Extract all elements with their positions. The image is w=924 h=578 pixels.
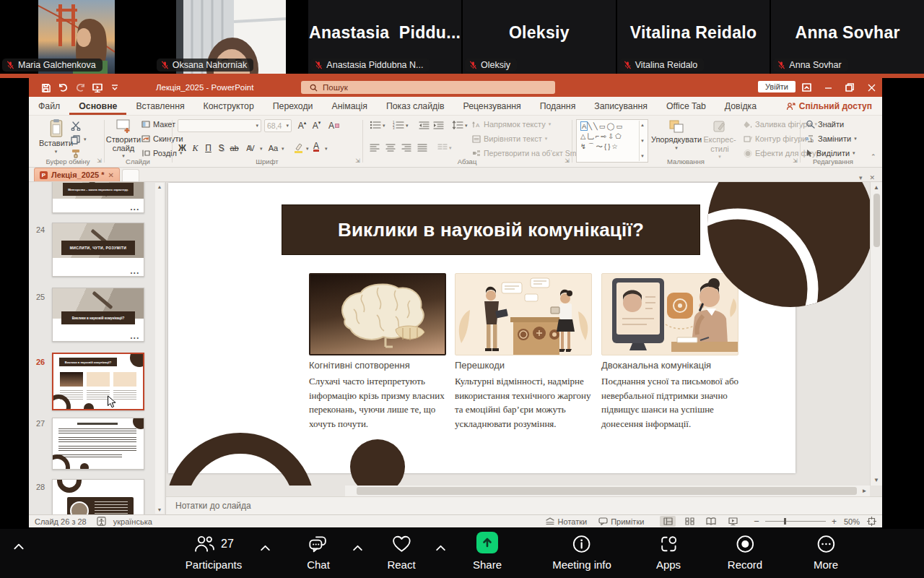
numbering-dropdown[interactable]: ▾ <box>406 123 409 129</box>
record-button[interactable]: Record <box>728 535 762 571</box>
document-tab[interactable]: P Лекція_2025 * ✕ <box>34 168 120 181</box>
thumbnail-scrollbar[interactable]: ▲ ▼ <box>155 183 164 514</box>
zoom-percentage[interactable]: 50% <box>844 517 860 526</box>
cut-button[interactable] <box>71 121 81 131</box>
start-slideshow-button[interactable] <box>90 80 105 95</box>
tab-bar-close[interactable]: ✕ <box>869 174 875 181</box>
thumbnail-menu-dots[interactable]: ••• <box>131 270 140 275</box>
scroll-down-icon[interactable]: ▼ <box>157 507 162 512</box>
restore-button[interactable] <box>839 78 860 97</box>
more-button[interactable]: More <box>814 535 838 571</box>
notes-toggle-button[interactable]: Нотатки <box>545 517 588 526</box>
scrollbar-thumb[interactable] <box>873 194 880 247</box>
align-text-button[interactable]: Вирівняти текст▾ <box>472 134 547 143</box>
underline-button[interactable]: П <box>202 142 214 155</box>
tab-list-dropdown[interactable]: ▾ <box>859 174 863 181</box>
thumbnail-slide-26-selected[interactable]: Виклики в науковій комунікації? <box>52 353 144 410</box>
save-button[interactable] <box>38 80 53 95</box>
bullets-button[interactable] <box>370 121 381 129</box>
scroll-right-button[interactable]: ► <box>859 486 870 496</box>
video-tile-anna[interactable]: Anna Sovhar Anna Sovhar <box>771 0 924 74</box>
thumbnail-slide-24[interactable]: МИСЛИТИ, ЧУТИ, РОЗУМІТИ ••• <box>52 223 144 277</box>
paragraph-dialog-launcher[interactable]: ⇲ <box>565 158 570 164</box>
scroll-up-icon[interactable]: ▲ <box>873 184 879 191</box>
font-size-combobox[interactable]: 68,4▾ <box>264 119 292 132</box>
replace-button[interactable]: ab Замінити▾ <box>806 134 857 143</box>
reading-view-button[interactable] <box>703 516 719 527</box>
text-direction-button[interactable]: A Напрямок тексту▾ <box>472 120 551 129</box>
thumbnail-menu-dots[interactable]: ••• <box>131 207 140 212</box>
decrease-indent-button[interactable] <box>419 121 430 129</box>
align-right-button[interactable] <box>401 143 411 152</box>
search-input[interactable]: Пошук <box>301 81 555 94</box>
numbering-button[interactable]: 123 <box>393 121 404 129</box>
columns-button[interactable] <box>437 143 448 152</box>
font-dialog-launcher[interactable]: ⇲ <box>355 158 360 164</box>
clear-formatting-button[interactable]: A <box>328 119 340 132</box>
increase-font-button[interactable]: A▴ <box>296 119 308 132</box>
share-screen-button[interactable]: Share <box>473 535 502 571</box>
align-center-button[interactable] <box>385 143 396 152</box>
tab-recording[interactable]: Записування <box>585 97 657 115</box>
zoom-slider[interactable] <box>765 521 826 522</box>
find-button[interactable]: Знайти <box>806 120 844 129</box>
thumbnail-slide-23[interactable]: Менторство – школа наукового характеру. … <box>52 182 144 213</box>
brain-image-card[interactable] <box>309 273 446 355</box>
font-color-dropdown[interactable]: ▾ <box>325 146 328 152</box>
highlight-dropdown[interactable]: ▾ <box>306 146 309 152</box>
case-dropdown[interactable]: ▾ <box>282 146 284 152</box>
increase-indent-button[interactable] <box>433 121 444 129</box>
copy-button[interactable] <box>71 135 81 144</box>
spacing-dropdown[interactable]: ▾ <box>260 146 263 152</box>
comments-button[interactable]: Примітки <box>598 517 644 526</box>
barriers-image-card[interactable] <box>455 273 592 355</box>
tab-insert[interactable]: Вставлення <box>126 97 193 115</box>
tab-view[interactable]: Подання <box>531 97 585 115</box>
tab-help[interactable]: Довідка <box>715 97 766 115</box>
video-tile-oleksiy[interactable]: Oleksiy Oleksiy <box>463 0 616 74</box>
columns-dropdown[interactable]: ▾ <box>449 145 452 151</box>
text-shadow-button[interactable]: S <box>215 142 227 155</box>
horizontal-scrollbar[interactable] <box>345 486 870 496</box>
tab-file[interactable]: Файл <box>29 97 69 115</box>
react-menu-chevron[interactable] <box>435 545 446 551</box>
normal-view-button[interactable] <box>660 516 676 527</box>
ribbon-display-options-button[interactable] <box>796 78 817 97</box>
quick-styles-button[interactable]: Експрес-стилі ▾ <box>700 118 739 160</box>
meeting-info-button[interactable]: Meeting info <box>552 535 611 571</box>
audio-expand-chevron[interactable] <box>13 543 25 550</box>
thumbnail-slide-25[interactable]: Виклики в науковій комунікації? ••• <box>52 288 144 342</box>
bullets-dropdown[interactable]: ▾ <box>383 123 385 129</box>
redo-button[interactable] <box>72 80 88 95</box>
character-spacing-button[interactable]: AV <box>244 142 256 155</box>
font-name-combobox[interactable]: ▾ <box>178 119 261 132</box>
arrange-button[interactable]: Упорядкувати ▾ <box>653 118 700 151</box>
justify-button[interactable] <box>417 143 427 152</box>
video-tile-vitalina[interactable]: Vitalina Reidalo Vitalina Reidalo <box>617 0 770 74</box>
zoom-in-button[interactable]: + <box>832 517 837 527</box>
scroll-down-icon[interactable]: ▼ <box>873 477 879 483</box>
font-color-button[interactable]: А <box>313 141 319 152</box>
customize-qat-button[interactable] <box>107 80 123 95</box>
decrease-font-button[interactable]: A▾ <box>310 119 323 132</box>
collapse-ribbon-button[interactable]: ⌃ <box>871 153 876 160</box>
close-tab-icon[interactable]: ✕ <box>108 171 114 179</box>
tab-slideshow[interactable]: Показ слайдів <box>377 97 454 115</box>
fit-to-window-button[interactable] <box>867 517 876 526</box>
italic-button[interactable]: К <box>189 142 201 155</box>
thumbnail-slide-28[interactable] <box>52 479 144 514</box>
slide-title-banner[interactable]: Виклики в науковій комунікації? <box>282 204 700 255</box>
video-tile-oksana[interactable]: Oksana Nahorniak <box>154 0 308 74</box>
undo-button[interactable] <box>55 80 71 95</box>
chat-menu-chevron[interactable] <box>352 545 363 551</box>
textbox-shape[interactable]: A <box>580 121 588 131</box>
line-spacing-button[interactable] <box>452 121 463 129</box>
participants-menu-chevron[interactable] <box>260 545 271 551</box>
paste-button[interactable]: Вставити ▾ <box>39 118 73 155</box>
accessibility-icon[interactable] <box>97 517 106 526</box>
new-document-tab-stub[interactable] <box>122 169 139 181</box>
react-button[interactable]: React <box>387 535 415 571</box>
scroll-up-icon[interactable]: ▲ <box>157 184 162 189</box>
sign-in-button[interactable]: Увійти <box>758 81 796 92</box>
video-tile-maria[interactable]: Maria Galchenkova <box>0 0 153 74</box>
